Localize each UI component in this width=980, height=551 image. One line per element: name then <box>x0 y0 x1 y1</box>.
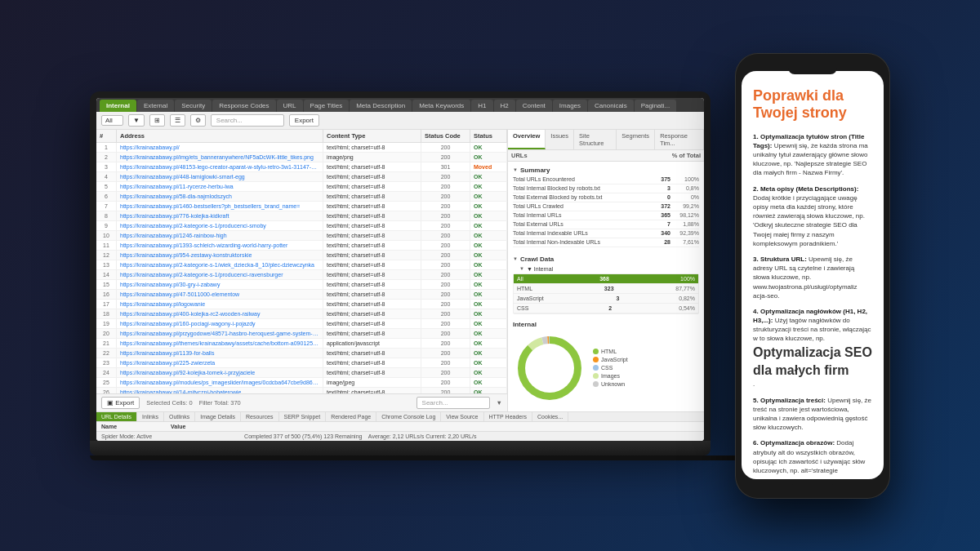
tab-h2[interactable]: H2 <box>494 100 515 112</box>
table-row[interactable]: 22 https://krainazabawy.pl/1139-for-ball… <box>96 349 507 358</box>
table-row[interactable]: 25 https://krainazabawy.pl/modules/ps_im… <box>96 378 507 388</box>
table-row[interactable]: 1 https://krainazabawy.pl/ text/html; ch… <box>96 143 507 153</box>
tab-page-titles[interactable]: Page Titles <box>304 100 350 112</box>
grid-icon-btn[interactable]: ⊞ <box>149 114 165 127</box>
tab-meta-keywords[interactable]: Meta Keywords <box>412 100 470 112</box>
crawl-row[interactable]: HTML 323 87,77% <box>514 284 698 294</box>
row-url[interactable]: https://krainazabawy.pl/1246-rainbow-hig… <box>117 231 323 240</box>
bottom-tab-serp[interactable]: SERP Snippet <box>279 412 327 421</box>
search-input[interactable]: Search... <box>211 114 284 127</box>
table-row[interactable]: 21 https://krainazabawy.pl/themes/kraina… <box>96 339 507 349</box>
bottom-tab-http-headers[interactable]: HTTP Headers <box>484 412 533 421</box>
row-url[interactable]: https://krainazabawy.pl/11-rycerze-herbu… <box>117 182 323 191</box>
right-tab-site-structure[interactable]: Site Structure <box>574 130 617 149</box>
tab-content[interactable]: Content <box>516 100 552 112</box>
table-row[interactable]: 7 https://krainazabawy.pl/1460-bestselle… <box>96 202 507 211</box>
row-url[interactable]: https://krainazabawy.pl/47-5011000-eleme… <box>117 290 323 299</box>
bottom-tab-inlinks[interactable]: Inlinks <box>137 412 164 421</box>
table-row[interactable]: 14 https://krainazabawy.pl/2-kategorie-s… <box>96 270 507 280</box>
table-row[interactable]: 6 https://krainazabawy.pl/58-dla-najmlod… <box>96 192 507 202</box>
table-row[interactable]: 12 https://krainazabawy.pl/954-zestawy-k… <box>96 251 507 260</box>
row-url[interactable]: https://krainazabawy.pl/themes/krainazab… <box>117 339 323 348</box>
row-url[interactable]: https://krainazabawy.pl/30-gry-i-zabawy <box>117 280 323 289</box>
filter-dropdown[interactable]: All <box>101 115 123 126</box>
table-row[interactable]: 13 https://krainazabawy.pl/2-kategorie-s… <box>96 260 507 270</box>
summary-val: 28 <box>638 239 670 245</box>
table-row[interactable]: 10 https://krainazabawy.pl/1246-rainbow-… <box>96 231 507 241</box>
row-url[interactable]: https://krainazabawy.pl/448-lamiglowki-s… <box>117 172 323 181</box>
row-url[interactable]: https://krainazabawy.pl/przygodowe/48571… <box>117 329 323 338</box>
row-url[interactable]: https://krainazabawy.pl/1460-bestsellers… <box>117 202 323 211</box>
row-url[interactable]: https://krainazabawy.pl/48153-lego-creat… <box>117 162 323 171</box>
row-url[interactable]: https://krainazabawy.pl/225-zwierzeta <box>117 358 323 367</box>
tab-url[interactable]: URL <box>277 100 303 112</box>
table-row[interactable]: 19 https://krainazabawy.pl/160-pociagi-w… <box>96 319 507 329</box>
tab-internal[interactable]: Internal <box>100 100 136 112</box>
footer-export-btn[interactable]: ▣ Export <box>101 397 140 409</box>
bottom-tab-outlinks[interactable]: Outlinks <box>164 412 195 421</box>
row-url[interactable]: https://krainazabawy.pl/776-kolejka-kidk… <box>117 211 323 220</box>
table-row[interactable]: 24 https://krainazabawy.pl/92-kolejka-to… <box>96 368 507 378</box>
bottom-tab-rendered[interactable]: Rendered Page <box>326 412 376 421</box>
bottom-tab-url-details[interactable]: URL Details <box>96 412 137 421</box>
bottom-tab-image-details[interactable]: Image Details <box>195 412 241 421</box>
table-row[interactable]: 23 https://krainazabawy.pl/225-zwierzeta… <box>96 358 507 368</box>
footer-search[interactable]: Search... <box>416 397 490 409</box>
right-tab-response-time[interactable]: Response Tim... <box>655 130 704 149</box>
row-url[interactable]: https://krainazabawy.pl/1139-for-balls <box>117 349 323 358</box>
row-url[interactable]: https://krainazabawy.pl/2-kategorie-s-1/… <box>117 270 323 279</box>
table-row[interactable]: 11 https://krainazabawy.pl/1393-schleich… <box>96 241 507 251</box>
crawl-row[interactable]: All 368 100% <box>514 274 698 284</box>
right-tab-segments[interactable]: Segments <box>617 130 655 149</box>
phone-item: 1. Optymalizacja tytułów stron (Title Ta… <box>753 132 872 178</box>
tab-security[interactable]: Security <box>175 100 212 112</box>
row-url[interactable]: https://krainazabawy.pl/2-kategorie-s-1/… <box>117 260 323 269</box>
crawl-row[interactable]: CSS 2 0,54% <box>514 304 698 313</box>
row-url[interactable]: https://krainazabawy.pl/logowanie <box>117 300 323 309</box>
settings-icon-btn[interactable]: ⚙ <box>190 114 206 127</box>
row-url[interactable]: https://krainazabawy.pl/2-kategorie-s-1/… <box>117 221 323 230</box>
row-url[interactable]: https://krainazabawy.pl/ <box>117 143 323 152</box>
export-button[interactable]: Export <box>289 114 319 127</box>
table-row[interactable]: 16 https://krainazabawy.pl/47-5011000-el… <box>96 290 507 300</box>
table-row[interactable]: 3 https://krainazabawy.pl/48153-lego-cre… <box>96 162 507 172</box>
tab-images[interactable]: Images <box>553 100 587 112</box>
tab-external[interactable]: External <box>137 100 174 112</box>
tab-canonicals[interactable]: Canonicals <box>588 100 634 112</box>
bottom-section: URL Details Inlinks Outlinks Image Detai… <box>96 411 704 441</box>
tab-response-codes[interactable]: Response Codes <box>212 100 275 112</box>
tab-paginati[interactable]: Paginati... <box>635 100 677 112</box>
row-url[interactable]: https://krainazabawy.pl/160-pociagi-wago… <box>117 319 323 328</box>
table-row[interactable]: 8 https://krainazabawy.pl/776-kolejka-ki… <box>96 211 507 221</box>
row-url[interactable]: https://krainazabawy.pl/58-dla-najmlodsz… <box>117 192 323 201</box>
bottom-tab-cookies[interactable]: Cookies... <box>532 412 568 421</box>
table-row[interactable]: 18 https://krainazabawy.pl/400-kolejka-r… <box>96 309 507 319</box>
table-row[interactable]: 26 https://krainazabawy.pl/14-mityczni-b… <box>96 388 507 393</box>
list-icon-btn[interactable]: ☰ <box>170 114 185 127</box>
filter-icon-btn[interactable]: ▼ <box>128 114 145 127</box>
table-row[interactable]: 9 https://krainazabawy.pl/2-kategorie-s-… <box>96 221 507 231</box>
row-url[interactable]: https://krainazabawy.pl/92-kolejka-tomek… <box>117 368 323 377</box>
row-url[interactable]: https://krainazabawy.pl/14-mityczni-boha… <box>117 388 323 393</box>
bottom-tab-resources[interactable]: Resources <box>241 412 278 421</box>
table-row[interactable]: 20 https://krainazabawy.pl/przygodowe/48… <box>96 329 507 339</box>
table-row[interactable]: 4 https://krainazabawy.pl/448-lamiglowki… <box>96 172 507 182</box>
crawl-row[interactable]: JavaScript 3 0,82% <box>514 294 698 304</box>
row-url[interactable]: https://krainazabawy.pl/img/ets_banneran… <box>117 153 323 162</box>
legend-unknown: Unknown <box>593 381 628 387</box>
table-row[interactable]: 15 https://krainazabawy.pl/30-gry-i-zaba… <box>96 280 507 290</box>
row-url[interactable]: https://krainazabawy.pl/modules/ps_image… <box>117 378 323 387</box>
right-tab-overview[interactable]: Overview <box>508 130 546 149</box>
table-row[interactable]: 2 https://krainazabawy.pl/img/ets_banner… <box>96 153 507 162</box>
right-tab-issues[interactable]: Issues <box>546 130 574 149</box>
bottom-tab-view-source[interactable]: View Source <box>441 412 483 421</box>
table-row[interactable]: 5 https://krainazabawy.pl/11-rycerze-her… <box>96 182 507 192</box>
summary-label: Total Internal URLs <box>513 212 638 218</box>
table-row[interactable]: 17 https://krainazabawy.pl/logowanie tex… <box>96 300 507 309</box>
row-url[interactable]: https://krainazabawy.pl/400-kolejka-rc2-… <box>117 309 323 318</box>
bottom-tab-console[interactable]: Chrome Console Log <box>376 412 441 421</box>
tab-h1[interactable]: H1 <box>471 100 492 112</box>
tab-meta-description[interactable]: Meta Description <box>350 100 412 112</box>
row-url[interactable]: https://krainazabawy.pl/1393-schleich-wi… <box>117 241 323 250</box>
row-url[interactable]: https://krainazabawy.pl/954-zestawy-kons… <box>117 251 323 260</box>
